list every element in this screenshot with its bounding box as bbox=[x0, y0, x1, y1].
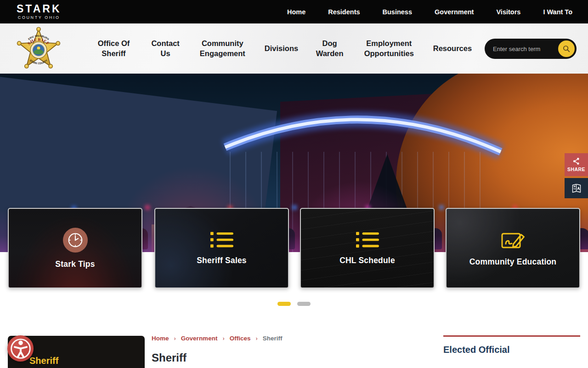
search-box bbox=[485, 39, 577, 59]
breadcrumb-separator: › bbox=[222, 335, 224, 342]
card-sheriff-sales[interactable]: Sheriff Sales bbox=[154, 208, 289, 288]
card-stark-tips[interactable]: Stark Tips bbox=[8, 208, 142, 288]
list-icon bbox=[356, 231, 379, 249]
breadcrumb-government[interactable]: Government bbox=[181, 335, 218, 342]
breadcrumb-current: Sheriff bbox=[263, 335, 283, 342]
page-title: Sheriff bbox=[152, 351, 187, 364]
utility-nav-government[interactable]: Government bbox=[435, 8, 474, 16]
nav-community-engagement[interactable]: Community Engagement bbox=[195, 39, 249, 59]
utility-nav-visitors[interactable]: Visitors bbox=[496, 8, 520, 16]
breadcrumb: Home › Government › Offices › Sheriff bbox=[152, 335, 283, 342]
nav-contact-us[interactable]: Contact Us bbox=[149, 39, 182, 59]
site-logo-name: STARK bbox=[17, 3, 62, 14]
site-logo[interactable]: STARK COUNTY OHIO bbox=[17, 3, 62, 20]
card-title: Sheriff Sales bbox=[197, 256, 247, 265]
translate-icon bbox=[571, 183, 582, 194]
breadcrumb-separator: › bbox=[174, 335, 176, 342]
utility-nav: Home Residents Business Government Visit… bbox=[287, 0, 572, 23]
share-button-label: SHARE bbox=[567, 167, 585, 172]
nav-dog-warden[interactable]: Dog Warden bbox=[313, 39, 346, 59]
share-icon bbox=[572, 157, 580, 165]
breadcrumb-separator: › bbox=[256, 335, 258, 342]
carousel-dot-2[interactable] bbox=[297, 302, 311, 306]
breadcrumb-home[interactable]: Home bbox=[152, 335, 169, 342]
card-title: Community Education bbox=[469, 257, 557, 267]
nav-office-of-sheriff[interactable]: Office Of Sheriff bbox=[92, 39, 136, 59]
clock-icon bbox=[63, 228, 88, 253]
card-title: CHL Schedule bbox=[339, 256, 395, 265]
left-menu-title: Sheriff bbox=[29, 356, 58, 366]
utility-nav-residents[interactable]: Residents bbox=[328, 8, 360, 16]
card-community-education[interactable]: Community Education bbox=[446, 208, 580, 288]
nav-employment-opportunities[interactable]: Employment Opportunities bbox=[360, 39, 418, 59]
card-chl-schedule[interactable]: CHL Schedule bbox=[300, 208, 435, 288]
utility-bar: STARK COUNTY OHIO Home Residents Busines… bbox=[0, 0, 588, 23]
carousel-dot-1[interactable] bbox=[277, 302, 291, 306]
breadcrumb-offices[interactable]: Offices bbox=[230, 335, 251, 342]
translate-button[interactable] bbox=[565, 178, 588, 198]
aside-red-rule bbox=[443, 335, 580, 337]
list-icon bbox=[210, 231, 233, 249]
search-input[interactable] bbox=[493, 39, 555, 59]
search-button[interactable] bbox=[558, 40, 575, 57]
accessibility-button[interactable] bbox=[7, 335, 34, 362]
page: STARK COUNTY OHIO Home Residents Busines… bbox=[0, 0, 588, 368]
accessibility-icon bbox=[10, 338, 31, 359]
main-nav-bar: ERIC WEISBURN SHERIFF STARK COUNTY Offic… bbox=[0, 23, 588, 74]
card-title: Stark Tips bbox=[55, 259, 95, 269]
share-button[interactable]: SHARE bbox=[565, 153, 588, 176]
utility-nav-home[interactable]: Home bbox=[287, 8, 305, 16]
utility-nav-business[interactable]: Business bbox=[383, 8, 412, 16]
form-edit-icon bbox=[501, 230, 525, 250]
aside-heading: Elected Official bbox=[443, 345, 510, 355]
search-icon bbox=[562, 44, 571, 53]
nav-resources[interactable]: Resources bbox=[432, 44, 473, 54]
sheriff-badge-logo[interactable]: ERIC WEISBURN SHERIFF STARK COUNTY bbox=[10, 25, 67, 74]
carousel-indicators bbox=[0, 302, 588, 306]
department-nav: Office Of Sheriff Contact Us Community E… bbox=[92, 23, 473, 74]
sheriff-star-icon: ERIC WEISBURN SHERIFF STARK COUNTY bbox=[10, 25, 67, 74]
site-logo-tagline: COUNTY OHIO bbox=[17, 15, 62, 20]
utility-nav-i-want-to[interactable]: I Want To bbox=[543, 8, 572, 16]
nav-divisions[interactable]: Divisions bbox=[263, 44, 300, 54]
